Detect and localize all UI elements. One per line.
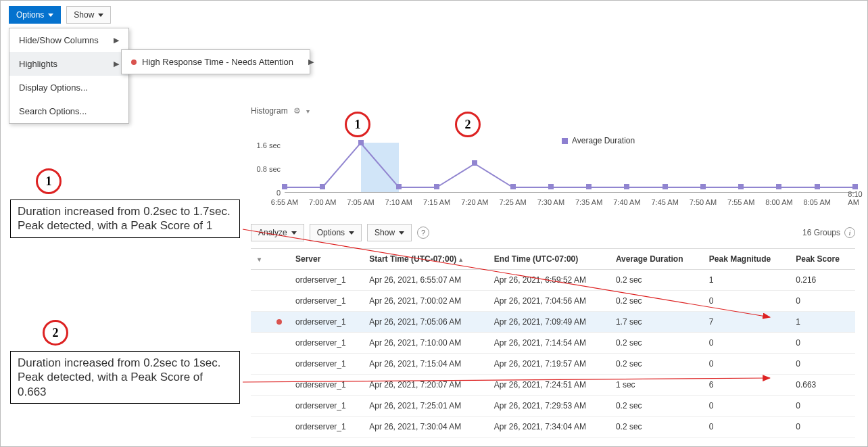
table-row[interactable]: orderserver_1Apr 26, 2021, 7:25:01 AMApr… bbox=[251, 396, 855, 417]
x-tick: 8:05 AM bbox=[804, 198, 831, 206]
annotation-text-1: Duration increased from 0.2sec to 1.7sec… bbox=[10, 199, 240, 238]
chart-point bbox=[434, 184, 439, 189]
x-tick: 7:00 AM bbox=[309, 198, 336, 206]
col-mag[interactable]: Peak Magnitude bbox=[702, 249, 789, 270]
col-start[interactable]: Start Time (UTC-07:00)▲ bbox=[362, 249, 487, 270]
x-tick: 7:30 AM bbox=[537, 198, 564, 206]
y-tick: 0 bbox=[251, 189, 281, 197]
chevron-down-icon[interactable]: ▾ bbox=[306, 108, 310, 115]
x-tick: 7:25 AM bbox=[499, 198, 526, 206]
x-tick: 7:20 AM bbox=[461, 198, 488, 206]
chart-line-segment bbox=[285, 187, 322, 188]
chevron-down-icon: ▾ bbox=[258, 256, 261, 263]
chart-point bbox=[358, 140, 364, 145]
annotation-text-2: Duration increased from 0.2sec to 1sec. … bbox=[10, 351, 240, 404]
info-icon[interactable]: i bbox=[844, 227, 855, 238]
sort-asc-icon: ▲ bbox=[458, 256, 464, 263]
chart-line-segment bbox=[779, 187, 817, 188]
menu-item-highlights[interactable]: Highlights ▶ bbox=[9, 52, 128, 76]
help-icon[interactable]: ? bbox=[417, 227, 429, 239]
caret-down-icon bbox=[48, 14, 53, 17]
show-label: Show bbox=[74, 10, 94, 20]
chart-line-segment bbox=[322, 143, 362, 188]
caret-down-icon bbox=[349, 231, 354, 235]
table-row[interactable]: orderserver_1Apr 26, 2021, 7:05:06 AMApr… bbox=[251, 312, 855, 333]
annotation-label-1: 1 bbox=[36, 168, 62, 194]
chart-line-segment bbox=[665, 187, 703, 188]
x-tick: 7:45 AM bbox=[651, 198, 678, 206]
col-server[interactable]: Server bbox=[289, 249, 362, 270]
histogram-chart: 6:55 AM7:00 AM7:05 AM7:10 AM7:15 AM7:20 … bbox=[251, 143, 855, 208]
submenu-item-high-response[interactable]: High Response Time - Needs Attention ▶ bbox=[122, 50, 310, 74]
chart-point bbox=[472, 160, 477, 166]
table-row[interactable]: orderserver_1Apr 26, 2021, 7:30:04 AMApr… bbox=[251, 417, 855, 438]
options-label: Options bbox=[16, 10, 44, 20]
table-header-row: ▾ Server Start Time (UTC-07:00)▲ End Tim… bbox=[251, 249, 855, 270]
x-tick: 7:40 AM bbox=[613, 198, 640, 206]
status-dot-icon bbox=[131, 60, 137, 65]
chevron-right-icon: ▶ bbox=[114, 36, 119, 45]
table-row[interactable]: orderserver_1Apr 26, 2021, 7:15:04 AMApr… bbox=[251, 354, 855, 375]
table-row[interactable]: orderserver_1Apr 26, 2021, 7:20:07 AMApr… bbox=[251, 375, 855, 396]
x-tick: 7:35 AM bbox=[575, 198, 602, 206]
chart-point bbox=[282, 184, 287, 189]
chart-line-segment bbox=[817, 187, 855, 188]
annotation-marker-1: 1 bbox=[345, 112, 370, 137]
caret-down-icon bbox=[291, 231, 297, 235]
chart-point bbox=[396, 184, 402, 189]
x-tick: 7:50 AM bbox=[690, 198, 717, 206]
x-tick: 8:10 AM bbox=[848, 190, 862, 206]
chart-point bbox=[815, 184, 820, 189]
chevron-right-icon: ▶ bbox=[308, 57, 314, 66]
col-score[interactable]: Peak Score bbox=[789, 249, 855, 270]
x-tick: 7:05 AM bbox=[347, 198, 374, 206]
options-menu: Hide/Show Columns ▶ Highlights ▶ Display… bbox=[9, 28, 129, 124]
analyze-button[interactable]: Analyze bbox=[251, 224, 304, 241]
grid-options-button[interactable]: Options bbox=[310, 224, 362, 241]
chart-point bbox=[852, 184, 858, 189]
chart-line-segment bbox=[551, 187, 589, 188]
options-button[interactable]: Options bbox=[9, 6, 61, 24]
gear-icon[interactable]: ⚙ bbox=[293, 106, 301, 116]
chart-point bbox=[776, 184, 781, 189]
chart-point bbox=[738, 184, 744, 189]
x-tick: 7:15 AM bbox=[423, 198, 450, 206]
y-tick: 0.8 sec bbox=[251, 165, 281, 173]
histogram-title: Histogram bbox=[251, 106, 288, 116]
x-tick: 8:00 AM bbox=[765, 198, 792, 206]
col-status bbox=[270, 249, 289, 270]
table-row[interactable]: orderserver_1Apr 26, 2021, 7:10:00 AMApr… bbox=[251, 333, 855, 354]
menu-item-search-options[interactable]: Search Options... bbox=[9, 99, 128, 123]
x-tick: 6:55 AM bbox=[271, 198, 298, 206]
x-tick: 7:10 AM bbox=[385, 198, 412, 206]
col-end[interactable]: End Time (UTC-07:00) bbox=[487, 249, 609, 270]
table-row[interactable]: orderserver_1Apr 26, 2021, 7:00:02 AMApr… bbox=[251, 291, 855, 312]
results-table: ▾ Server Start Time (UTC-07:00)▲ End Tim… bbox=[251, 248, 855, 438]
chart-point bbox=[320, 184, 325, 189]
status-dot-icon bbox=[276, 319, 282, 325]
chart-line-segment bbox=[627, 187, 665, 188]
chart-line-segment bbox=[437, 164, 475, 189]
annotation-marker-2: 2 bbox=[455, 112, 481, 137]
groups-count: 16 Groups i bbox=[802, 227, 855, 238]
chart-point bbox=[548, 184, 554, 189]
chevron-right-icon: ▶ bbox=[114, 60, 119, 68]
chart-line-segment bbox=[589, 187, 627, 188]
col-expand[interactable]: ▾ bbox=[251, 249, 270, 270]
chart-line-segment bbox=[399, 187, 437, 188]
highlights-submenu: High Response Time - Needs Attention ▶ bbox=[121, 49, 310, 74]
chart-point bbox=[700, 184, 706, 189]
chart-point bbox=[510, 184, 516, 189]
col-avg[interactable]: Average Duration bbox=[609, 249, 702, 270]
caret-down-icon bbox=[399, 231, 404, 235]
caret-down-icon bbox=[98, 14, 103, 17]
chart-point bbox=[586, 184, 592, 189]
menu-item-hideshow[interactable]: Hide/Show Columns ▶ bbox=[9, 28, 128, 52]
chart-point bbox=[662, 184, 668, 189]
grid-show-button[interactable]: Show bbox=[367, 224, 412, 241]
menu-item-display-options[interactable]: Display Options... bbox=[9, 76, 128, 99]
chart-line-segment bbox=[741, 187, 779, 188]
show-button[interactable]: Show bbox=[66, 6, 111, 24]
chart-line-segment bbox=[703, 187, 741, 188]
table-row[interactable]: orderserver_1Apr 26, 2021, 6:55:07 AMApr… bbox=[251, 270, 855, 291]
